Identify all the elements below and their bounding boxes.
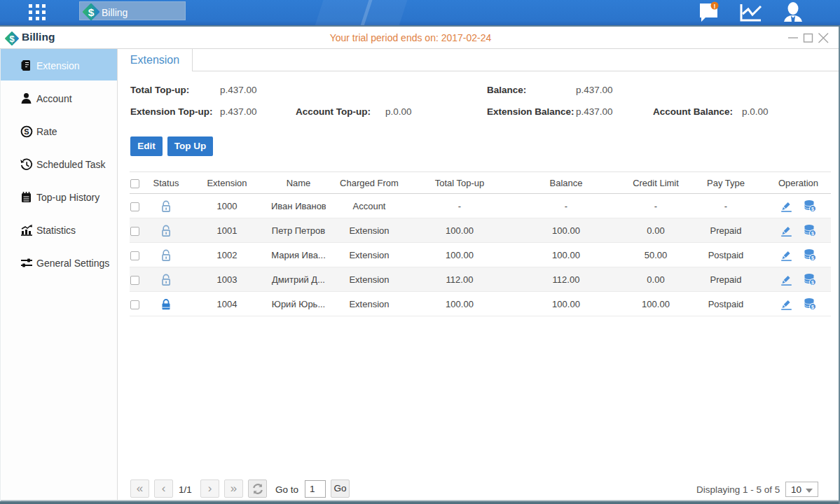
svg-text:$: $ (811, 280, 814, 286)
svg-text:$: $ (88, 6, 95, 18)
svg-text:$: $ (811, 255, 814, 261)
svg-text:$: $ (811, 231, 814, 237)
svg-text:$: $ (811, 304, 814, 310)
svg-text:S: S (24, 127, 29, 136)
svg-text:$: $ (811, 206, 814, 212)
svg-text:!: ! (714, 3, 716, 10)
